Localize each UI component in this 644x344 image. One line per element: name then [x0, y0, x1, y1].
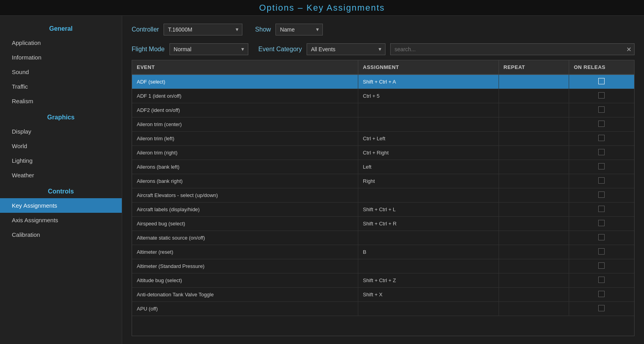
cell-onrelease [569, 174, 634, 188]
onrelease-checkbox[interactable] [598, 78, 605, 84]
table-row[interactable]: Ailerons (bank left)Left [132, 160, 634, 174]
cell-assignment: Ctrl + 5 [358, 89, 499, 103]
sidebar-item-lighting[interactable]: Lighting [0, 153, 122, 168]
sidebar-item-world[interactable]: World [0, 139, 122, 153]
table-row[interactable]: Anti-detonation Tank Valve ToggleShift +… [132, 288, 634, 302]
show-select[interactable]: Name ID [275, 24, 323, 35]
show-label: Show [255, 26, 271, 33]
onrelease-checkbox[interactable] [598, 277, 605, 283]
onrelease-checkbox[interactable] [598, 177, 605, 184]
onrelease-checkbox[interactable] [598, 234, 605, 240]
title-bar: Options – Key Assignments [0, 0, 644, 16]
cell-repeat [499, 259, 569, 273]
cell-event: ADF2 (ident on/off) [132, 103, 358, 117]
cell-event: APU (off) [132, 302, 358, 316]
search-wrapper: ✕ [390, 43, 635, 55]
cell-repeat [499, 203, 569, 217]
cell-event: Anti-detonation Tank Valve Toggle [132, 288, 358, 302]
show-select-wrapper: Name ID ▼ [275, 24, 323, 35]
sidebar-item-display[interactable]: Display [0, 124, 122, 139]
cell-assignment [358, 117, 499, 132]
search-input[interactable] [390, 43, 635, 55]
cell-onrelease [569, 302, 634, 316]
cell-repeat [499, 302, 569, 316]
cell-onrelease [569, 188, 634, 203]
onrelease-checkbox[interactable] [598, 220, 605, 226]
onrelease-checkbox[interactable] [598, 262, 605, 269]
cell-event: Aircraft Elevators - select (up/down) [132, 188, 358, 203]
search-clear-icon[interactable]: ✕ [626, 46, 631, 53]
onrelease-checkbox[interactable] [598, 163, 605, 169]
table-row[interactable]: Aircraft labels (display/hide)Shift + Ct… [132, 203, 634, 217]
onrelease-checkbox[interactable] [598, 206, 605, 212]
sidebar-item-information[interactable]: Information [0, 50, 122, 65]
table-row[interactable]: Altimeter (Standard Pressure) [132, 259, 634, 273]
cell-assignment [358, 231, 499, 245]
cell-event: ADF 1 (ident on/off) [132, 89, 358, 103]
cell-onrelease [569, 146, 634, 160]
table-row[interactable]: Aileron trim (left)Ctrl + Left [132, 132, 634, 146]
cell-event: Aileron trim (left) [132, 132, 358, 146]
cell-repeat [499, 103, 569, 117]
cell-onrelease [569, 259, 634, 273]
onrelease-checkbox[interactable] [598, 192, 605, 198]
sidebar-item-key-assignments[interactable]: Key Assignments [0, 198, 122, 213]
flight-mode-select[interactable]: Normal All Slew [169, 43, 248, 55]
cell-event: Ailerons (bank left) [132, 160, 358, 174]
table-row[interactable]: Altitude bug (select)Shift + Ctrl + Z [132, 273, 634, 288]
onrelease-checkbox[interactable] [598, 135, 605, 141]
onrelease-checkbox[interactable] [598, 291, 605, 297]
flight-mode-label: Flight Mode [132, 46, 165, 53]
table-row[interactable]: ADF 1 (ident on/off)Ctrl + 5 [132, 89, 634, 103]
table-row[interactable]: Altimeter (reset)B [132, 245, 634, 259]
cell-assignment: Left [358, 160, 499, 174]
cell-repeat [499, 245, 569, 259]
sidebar-item-realism[interactable]: Realism [0, 94, 122, 108]
cell-onrelease [569, 231, 634, 245]
table-row[interactable]: Alternate static source (on/off) [132, 231, 634, 245]
cell-assignment: Shift + Ctrl + A [358, 74, 499, 89]
cell-repeat [499, 231, 569, 245]
table-row[interactable]: Aileron trim (center) [132, 117, 634, 132]
cell-repeat [499, 146, 569, 160]
sidebar-item-application[interactable]: Application [0, 35, 122, 50]
sidebar-section-controls: Controls [0, 182, 122, 198]
table-row[interactable]: ADF2 (ident on/off) [132, 103, 634, 117]
cell-repeat [499, 74, 569, 89]
cell-event: ADF (select) [132, 74, 358, 89]
controller-row: Controller T.16000M Keyboard Mouse ▼ Sho… [132, 24, 635, 35]
table-row[interactable]: Airspeed bug (select)Shift + Ctrl + R [132, 217, 634, 231]
cell-event: Altitude bug (select) [132, 273, 358, 288]
onrelease-checkbox[interactable] [598, 92, 605, 99]
onrelease-checkbox[interactable] [598, 305, 605, 311]
table-row[interactable]: Ailerons (bank right)Right [132, 174, 634, 188]
controller-select[interactable]: T.16000M Keyboard Mouse [164, 24, 242, 35]
onrelease-checkbox[interactable] [598, 121, 605, 127]
col-header-assignment: ASSIGNMENT [358, 60, 499, 74]
sidebar-item-axis-assignments[interactable]: Axis Assignments [0, 213, 122, 227]
table-header-row: EVENT ASSIGNMENT REPEAT ON RELEAS [132, 60, 634, 74]
sidebar-item-traffic[interactable]: Traffic [0, 79, 122, 94]
table-row[interactable]: ADF (select)Shift + Ctrl + A [132, 74, 634, 89]
cell-event: Altimeter (reset) [132, 245, 358, 259]
cell-event: Aircraft labels (display/hide) [132, 203, 358, 217]
onrelease-checkbox[interactable] [598, 149, 605, 155]
table-row[interactable]: Aileron trim (right)Ctrl + Right [132, 146, 634, 160]
assignments-table-container: EVENT ASSIGNMENT REPEAT ON RELEAS ADF (s… [132, 60, 635, 336]
table-row[interactable]: APU (off) [132, 302, 634, 316]
col-header-onrelease: ON RELEAS [569, 60, 634, 74]
sidebar-item-weather[interactable]: Weather [0, 168, 122, 182]
sidebar-item-sound[interactable]: Sound [0, 65, 122, 79]
onrelease-checkbox[interactable] [598, 106, 605, 113]
cell-onrelease [569, 160, 634, 174]
table-row[interactable]: Aircraft Elevators - select (up/down) [132, 188, 634, 203]
page-title: Options – Key Assignments [259, 3, 385, 13]
cell-assignment: Ctrl + Left [358, 132, 499, 146]
controller-select-wrapper: T.16000M Keyboard Mouse ▼ [164, 24, 242, 35]
event-category-select[interactable]: All Events Autopilot Camera Communicatio… [307, 43, 385, 55]
cell-assignment: Shift + X [358, 288, 499, 302]
col-header-repeat: REPEAT [499, 60, 569, 74]
onrelease-checkbox[interactable] [598, 248, 605, 255]
sidebar-item-calibration[interactable]: Calibration [0, 227, 122, 242]
cell-assignment [358, 302, 499, 316]
